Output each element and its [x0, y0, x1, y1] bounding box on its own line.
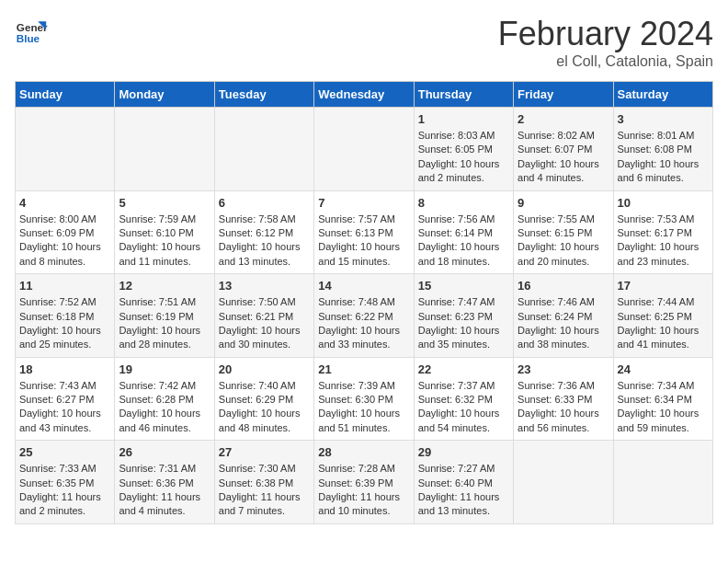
logo-icon: General Blue: [15, 15, 48, 48]
calendar-cell: 11Sunrise: 7:52 AM Sunset: 6:18 PM Dayli…: [16, 274, 115, 358]
day-number: 23: [518, 362, 609, 376]
calendar-cell: 4Sunrise: 8:00 AM Sunset: 6:09 PM Daylig…: [16, 190, 115, 274]
day-number: 28: [318, 445, 409, 459]
calendar-cell: 12Sunrise: 7:51 AM Sunset: 6:19 PM Dayli…: [115, 274, 214, 358]
day-info: Sunrise: 7:36 AM Sunset: 6:33 PM Dayligh…: [518, 379, 609, 436]
day-number: 16: [518, 279, 609, 293]
day-info: Sunrise: 8:03 AM Sunset: 6:05 PM Dayligh…: [418, 129, 509, 186]
title-block: February 2024 el Coll, Catalonia, Spain: [498, 15, 713, 70]
day-info: Sunrise: 7:48 AM Sunset: 6:22 PM Dayligh…: [318, 295, 409, 352]
day-number: 22: [418, 362, 509, 376]
page-header: General Blue February 2024 el Coll, Cata…: [15, 15, 713, 70]
week-row-3: 11Sunrise: 7:52 AM Sunset: 6:18 PM Dayli…: [16, 274, 713, 358]
logo: General Blue: [15, 15, 48, 48]
calendar-cell: 19Sunrise: 7:42 AM Sunset: 6:28 PM Dayli…: [115, 357, 214, 441]
calendar-cell: 17Sunrise: 7:44 AM Sunset: 6:25 PM Dayli…: [613, 274, 712, 358]
calendar-cell: 21Sunrise: 7:39 AM Sunset: 6:30 PM Dayli…: [314, 357, 414, 441]
calendar-cell: 15Sunrise: 7:47 AM Sunset: 6:23 PM Dayli…: [414, 274, 513, 358]
day-number: 5: [119, 196, 210, 210]
calendar-cell: 22Sunrise: 7:37 AM Sunset: 6:32 PM Dayli…: [414, 357, 513, 441]
calendar-cell: [613, 441, 712, 524]
day-number: 13: [219, 279, 310, 293]
header-wednesday: Wednesday: [314, 82, 414, 108]
day-info: Sunrise: 8:00 AM Sunset: 6:09 PM Dayligh…: [19, 213, 110, 270]
day-info: Sunrise: 7:50 AM Sunset: 6:21 PM Dayligh…: [219, 295, 310, 352]
week-row-5: 25Sunrise: 7:33 AM Sunset: 6:35 PM Dayli…: [16, 441, 713, 524]
calendar-title: February 2024: [498, 15, 713, 53]
calendar-cell: 9Sunrise: 7:55 AM Sunset: 6:15 PM Daylig…: [514, 190, 613, 274]
weekday-header-row: SundayMondayTuesdayWednesdayThursdayFrid…: [16, 82, 713, 108]
day-info: Sunrise: 7:43 AM Sunset: 6:27 PM Dayligh…: [19, 379, 110, 436]
day-info: Sunrise: 7:44 AM Sunset: 6:25 PM Dayligh…: [618, 295, 709, 352]
day-info: Sunrise: 7:33 AM Sunset: 6:35 PM Dayligh…: [19, 462, 110, 519]
calendar-cell: 27Sunrise: 7:30 AM Sunset: 6:38 PM Dayli…: [214, 441, 313, 524]
calendar-cell: 14Sunrise: 7:48 AM Sunset: 6:22 PM Dayli…: [314, 274, 414, 358]
calendar-cell: 16Sunrise: 7:46 AM Sunset: 6:24 PM Dayli…: [514, 274, 613, 358]
calendar-cell: 18Sunrise: 7:43 AM Sunset: 6:27 PM Dayli…: [16, 357, 115, 441]
calendar-cell: [16, 108, 115, 191]
calendar-table: SundayMondayTuesdayWednesdayThursdayFrid…: [15, 81, 713, 524]
day-number: 1: [418, 112, 509, 126]
day-number: 25: [19, 445, 110, 459]
header-thursday: Thursday: [414, 82, 513, 108]
day-number: 11: [19, 279, 110, 293]
day-info: Sunrise: 7:47 AM Sunset: 6:23 PM Dayligh…: [418, 295, 509, 352]
day-info: Sunrise: 7:53 AM Sunset: 6:17 PM Dayligh…: [618, 213, 709, 270]
header-monday: Monday: [115, 82, 214, 108]
day-number: 21: [318, 362, 409, 376]
day-info: Sunrise: 7:37 AM Sunset: 6:32 PM Dayligh…: [418, 379, 509, 436]
calendar-cell: 7Sunrise: 7:57 AM Sunset: 6:13 PM Daylig…: [314, 190, 414, 274]
calendar-cell: 24Sunrise: 7:34 AM Sunset: 6:34 PM Dayli…: [613, 357, 712, 441]
calendar-cell: 20Sunrise: 7:40 AM Sunset: 6:29 PM Dayli…: [214, 357, 313, 441]
svg-text:Blue: Blue: [17, 32, 40, 44]
calendar-cell: [115, 108, 214, 191]
day-info: Sunrise: 7:39 AM Sunset: 6:30 PM Dayligh…: [318, 379, 409, 436]
calendar-cell: 28Sunrise: 7:28 AM Sunset: 6:39 PM Dayli…: [314, 441, 414, 524]
day-info: Sunrise: 7:30 AM Sunset: 6:38 PM Dayligh…: [219, 462, 310, 519]
calendar-cell: 13Sunrise: 7:50 AM Sunset: 6:21 PM Dayli…: [214, 274, 313, 358]
day-number: 6: [219, 196, 310, 210]
day-info: Sunrise: 7:40 AM Sunset: 6:29 PM Dayligh…: [219, 379, 310, 436]
day-info: Sunrise: 7:28 AM Sunset: 6:39 PM Dayligh…: [318, 462, 409, 519]
calendar-cell: 6Sunrise: 7:58 AM Sunset: 6:12 PM Daylig…: [214, 190, 313, 274]
day-info: Sunrise: 7:58 AM Sunset: 6:12 PM Dayligh…: [219, 213, 310, 270]
calendar-cell: 25Sunrise: 7:33 AM Sunset: 6:35 PM Dayli…: [16, 441, 115, 524]
calendar-subtitle: el Coll, Catalonia, Spain: [498, 53, 713, 70]
day-number: 17: [618, 279, 709, 293]
day-number: 14: [318, 279, 409, 293]
day-number: 8: [418, 196, 509, 210]
calendar-cell: 23Sunrise: 7:36 AM Sunset: 6:33 PM Dayli…: [514, 357, 613, 441]
calendar-cell: 2Sunrise: 8:02 AM Sunset: 6:07 PM Daylig…: [514, 108, 613, 191]
calendar-cell: [214, 108, 313, 191]
calendar-cell: [514, 441, 613, 524]
day-number: 24: [618, 362, 709, 376]
calendar-cell: 10Sunrise: 7:53 AM Sunset: 6:17 PM Dayli…: [613, 190, 712, 274]
day-info: Sunrise: 7:56 AM Sunset: 6:14 PM Dayligh…: [418, 213, 509, 270]
calendar-cell: 5Sunrise: 7:59 AM Sunset: 6:10 PM Daylig…: [115, 190, 214, 274]
day-number: 12: [119, 279, 210, 293]
calendar-cell: 8Sunrise: 7:56 AM Sunset: 6:14 PM Daylig…: [414, 190, 513, 274]
calendar-cell: 3Sunrise: 8:01 AM Sunset: 6:08 PM Daylig…: [613, 108, 712, 191]
day-info: Sunrise: 7:34 AM Sunset: 6:34 PM Dayligh…: [618, 379, 709, 436]
week-row-2: 4Sunrise: 8:00 AM Sunset: 6:09 PM Daylig…: [16, 190, 713, 274]
day-info: Sunrise: 7:57 AM Sunset: 6:13 PM Dayligh…: [318, 213, 409, 270]
day-number: 19: [119, 362, 210, 376]
day-number: 15: [418, 279, 509, 293]
day-number: 27: [219, 445, 310, 459]
day-info: Sunrise: 7:59 AM Sunset: 6:10 PM Dayligh…: [119, 213, 210, 270]
calendar-cell: 26Sunrise: 7:31 AM Sunset: 6:36 PM Dayli…: [115, 441, 214, 524]
week-row-1: 1Sunrise: 8:03 AM Sunset: 6:05 PM Daylig…: [16, 108, 713, 191]
day-number: 7: [318, 196, 409, 210]
calendar-cell: [314, 108, 414, 191]
header-friday: Friday: [514, 82, 613, 108]
day-number: 9: [518, 196, 609, 210]
day-info: Sunrise: 7:42 AM Sunset: 6:28 PM Dayligh…: [119, 379, 210, 436]
calendar-cell: 1Sunrise: 8:03 AM Sunset: 6:05 PM Daylig…: [414, 108, 513, 191]
day-info: Sunrise: 7:31 AM Sunset: 6:36 PM Dayligh…: [119, 462, 210, 519]
day-number: 3: [618, 112, 709, 126]
day-info: Sunrise: 7:52 AM Sunset: 6:18 PM Dayligh…: [19, 295, 110, 352]
header-sunday: Sunday: [16, 82, 115, 108]
day-number: 4: [19, 196, 110, 210]
day-number: 18: [19, 362, 110, 376]
day-info: Sunrise: 8:01 AM Sunset: 6:08 PM Dayligh…: [618, 129, 709, 186]
